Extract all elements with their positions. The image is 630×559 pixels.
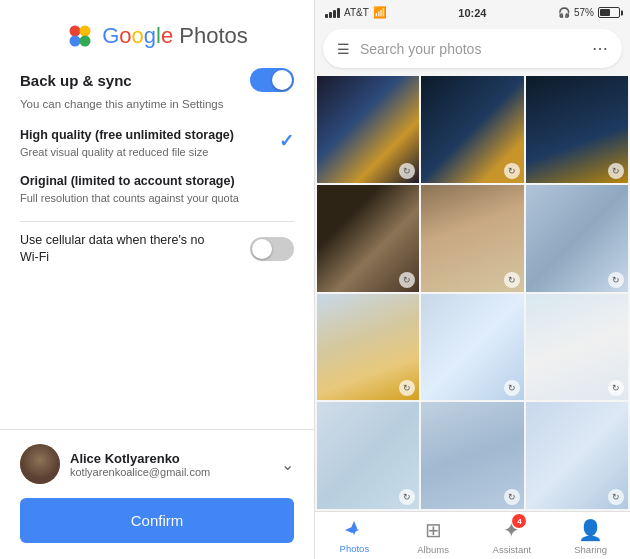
- photo-cell[interactable]: ↻: [317, 402, 419, 509]
- high-quality-desc: Great visual quality at reduced file siz…: [20, 145, 294, 160]
- svg-point-1: [80, 26, 91, 37]
- cellular-text: Use cellular data when there's no Wi-Fi: [20, 232, 220, 267]
- original-quality-option[interactable]: Original (limited to account storage) Fu…: [20, 174, 294, 206]
- logo-google: Google: [102, 23, 173, 49]
- account-section: Alice Kotlyarenko kotlyarenkoalice@gmail…: [0, 429, 314, 498]
- signal-bar-1: [325, 14, 328, 18]
- sync-icon: ↻: [399, 272, 415, 288]
- svg-point-3: [80, 36, 91, 47]
- wifi-icon: 📶: [373, 6, 387, 19]
- svg-point-0: [70, 26, 81, 37]
- logo-photos: Photos: [179, 23, 248, 49]
- tab-albums-label: Albums: [417, 544, 449, 555]
- more-options-icon[interactable]: ⋯: [592, 39, 608, 58]
- tab-assistant-label: Assistant: [493, 544, 532, 555]
- signal-bar-4: [337, 8, 340, 18]
- photos-tab-icon: [343, 519, 365, 541]
- account-details: Alice Kotlyarenko kotlyarenkoalice@gmail…: [70, 451, 210, 478]
- sync-icon: ↻: [608, 380, 624, 396]
- account-info: Alice Kotlyarenko kotlyarenkoalice@gmail…: [20, 444, 210, 484]
- sync-icon: ↻: [504, 489, 520, 505]
- photo-cell[interactable]: ↻: [317, 294, 419, 401]
- photo-cell[interactable]: ↻: [421, 294, 523, 401]
- photo-cell[interactable]: ↻: [526, 185, 628, 292]
- high-quality-checkmark: ✓: [279, 130, 294, 152]
- photo-cell[interactable]: ↻: [421, 185, 523, 292]
- tab-assistant[interactable]: ✦ 4 Assistant: [473, 518, 552, 555]
- avatar: [20, 444, 60, 484]
- sharing-tab-icon: 👤: [578, 518, 603, 542]
- photo-cell[interactable]: ↻: [526, 76, 628, 183]
- backup-sync-row: Back up & sync: [20, 68, 294, 92]
- right-panel: AT&T 📶 10:24 🎧 57% ☰ Search your photos …: [315, 0, 630, 559]
- sync-icon: ↻: [504, 380, 520, 396]
- status-left: AT&T 📶: [325, 6, 387, 19]
- status-time: 10:24: [458, 7, 486, 19]
- tab-sharing-label: Sharing: [574, 544, 607, 555]
- google-photos-icon: [66, 22, 94, 50]
- assistant-badge-container: ✦ 4: [503, 518, 520, 542]
- signal-bar-2: [329, 12, 332, 18]
- assistant-badge: 4: [512, 514, 526, 528]
- confirm-button[interactable]: Confirm: [20, 498, 294, 543]
- backup-sync-toggle[interactable]: [250, 68, 294, 92]
- divider-1: [20, 221, 294, 222]
- avatar-image: [20, 444, 60, 484]
- status-right: 🎧 57%: [558, 7, 620, 18]
- battery-icon: [598, 7, 620, 18]
- hamburger-icon[interactable]: ☰: [337, 41, 350, 57]
- backup-sync-title: Back up & sync: [20, 72, 132, 89]
- sync-icon: ↻: [504, 163, 520, 179]
- tab-photos-label: Photos: [340, 543, 370, 554]
- sync-icon: ↻: [399, 163, 415, 179]
- battery-fill: [600, 9, 610, 16]
- tab-sharing[interactable]: 👤 Sharing: [551, 518, 630, 555]
- carrier-label: AT&T: [344, 7, 369, 18]
- photo-cell[interactable]: ↻: [317, 185, 419, 292]
- sync-icon: ↻: [608, 163, 624, 179]
- status-bar: AT&T 📶 10:24 🎧 57%: [315, 0, 630, 23]
- sync-icon: ↻: [504, 272, 520, 288]
- photo-cell[interactable]: ↻: [526, 294, 628, 401]
- cellular-row: Use cellular data when there's no Wi-Fi: [20, 232, 294, 267]
- photos-grid: ↻ ↻ ↻ ↻ ↻ ↻ ↻ ↻ ↻ ↻ ↻ ↻: [315, 74, 630, 511]
- svg-point-2: [70, 36, 81, 47]
- photo-cell[interactable]: ↻: [526, 402, 628, 509]
- battery-percent: 57%: [574, 7, 594, 18]
- signal-bar-3: [333, 10, 336, 18]
- search-input[interactable]: Search your photos: [360, 41, 592, 57]
- photo-cell[interactable]: ↻: [421, 402, 523, 509]
- settings-content: Back up & sync You can change this anyti…: [0, 68, 314, 429]
- chevron-down-icon[interactable]: ⌄: [281, 455, 294, 474]
- high-quality-option[interactable]: High quality (free unlimited storage) Gr…: [20, 128, 294, 160]
- tab-bar: Photos ⊞ Albums ✦ 4 Assistant 👤 Sharing: [315, 511, 630, 559]
- photo-cell[interactable]: ↻: [421, 76, 523, 183]
- photo-cell[interactable]: ↻: [317, 76, 419, 183]
- signal-bars-icon: [325, 8, 340, 18]
- tab-photos[interactable]: Photos: [315, 519, 394, 554]
- sync-icon: ↻: [399, 380, 415, 396]
- original-quality-title: Original (limited to account storage): [20, 174, 294, 188]
- search-bar[interactable]: ☰ Search your photos ⋯: [323, 29, 622, 68]
- logo-area: Google Photos: [0, 0, 314, 68]
- sync-icon: ↻: [399, 489, 415, 505]
- sync-icon: ↻: [608, 272, 624, 288]
- sync-icon: ↻: [608, 489, 624, 505]
- left-panel: Google Photos Back up & sync You can cha…: [0, 0, 315, 559]
- headphones-icon: 🎧: [558, 7, 570, 18]
- original-quality-desc: Full resolution that counts against your…: [20, 191, 294, 206]
- backup-sync-subtitle: You can change this anytime in Settings: [20, 96, 294, 112]
- account-email: kotlyarenkoalice@gmail.com: [70, 466, 210, 478]
- high-quality-title: High quality (free unlimited storage): [20, 128, 294, 142]
- albums-tab-icon: ⊞: [425, 518, 442, 542]
- account-name: Alice Kotlyarenko: [70, 451, 210, 466]
- cellular-toggle[interactable]: [250, 237, 294, 261]
- tab-albums[interactable]: ⊞ Albums: [394, 518, 473, 555]
